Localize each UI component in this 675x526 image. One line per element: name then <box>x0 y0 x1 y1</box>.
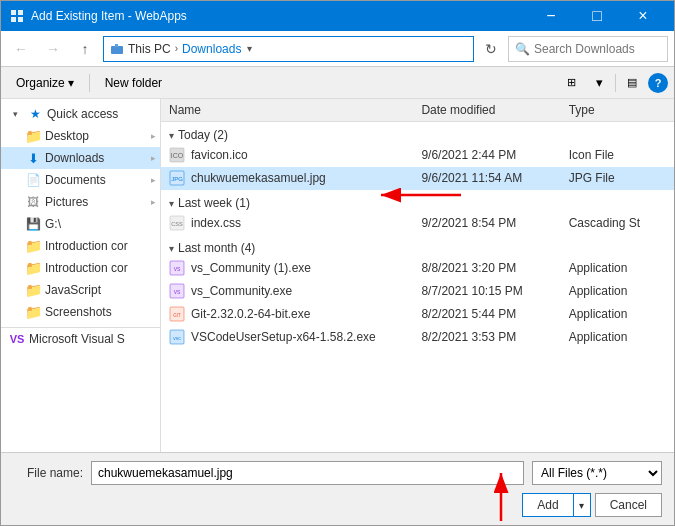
chukwuemeka-type: JPG File <box>561 167 674 190</box>
sidebar-item-vs[interactable]: VS Microsoft Visual S <box>1 328 160 350</box>
organize-label: Organize <box>16 76 65 90</box>
breadcrumb-separator: › <box>175 43 178 54</box>
close-button[interactable]: × <box>620 1 666 31</box>
file-row-chukwuemeka[interactable]: JPG chukwuemekasamuel.jpg 9/6/2021 11:54… <box>161 167 674 190</box>
file-row-vs1[interactable]: VS vs_Community (1).exe 8/8/2021 3:20 PM… <box>161 257 674 280</box>
desktop-expand-icon: ▸ <box>151 131 156 141</box>
vs1-type: Application <box>561 257 674 280</box>
column-date[interactable]: Date modified <box>413 99 560 122</box>
sidebar-documents-label: Documents <box>45 173 106 187</box>
git-type: Application <box>561 303 674 326</box>
indexcss-type: Cascading St <box>561 212 674 235</box>
toolbar-separator <box>89 74 90 92</box>
favicon-icon: ICO <box>169 147 185 163</box>
group-lastweek-label: Last week (1) <box>178 196 250 210</box>
sidebar-item-desktop[interactable]: 📁 Desktop ▸ <box>1 125 160 147</box>
window-icon <box>9 8 25 24</box>
filename-label: File name: <box>13 466 83 480</box>
add-dropdown-button[interactable]: ▾ <box>573 493 591 517</box>
maximize-button[interactable]: □ <box>574 1 620 31</box>
forward-button[interactable]: → <box>39 36 67 62</box>
vs2-type: Application <box>561 280 674 303</box>
sidebar-item-intro1[interactable]: 📁 Introduction cor <box>1 235 160 257</box>
group-lastmonth-arrow[interactable]: ▾ <box>169 243 174 254</box>
svg-text:VSC: VSC <box>173 336 181 341</box>
group-lastweek: ▾ Last week (1) <box>161 190 674 213</box>
search-icon: 🔍 <box>515 42 530 56</box>
file-row-vscode[interactable]: VSC VSCodeUserSetup-x64-1.58.2.exe 8/2/2… <box>161 326 674 349</box>
group-lastweek-arrow[interactable]: ▾ <box>169 198 174 209</box>
intro1-folder-icon: 📁 <box>25 238 41 254</box>
documents-icon: 📄 <box>25 172 41 188</box>
svg-rect-4 <box>111 46 123 54</box>
preview-pane-button[interactable]: ▤ <box>620 71 644 95</box>
file-row-git[interactable]: GIT Git-2.32.0.2-64-bit.exe 8/2/2021 5:4… <box>161 303 674 326</box>
view-toggle-button[interactable]: ▾ <box>587 71 611 95</box>
view-details-button[interactable]: ⊞ <box>559 71 583 95</box>
filetype-select[interactable]: All Files (*.*) Image Files Web Files <box>532 461 662 485</box>
sidebar-item-pictures[interactable]: 🖼 Pictures ▸ <box>1 191 160 213</box>
svg-rect-0 <box>11 10 16 15</box>
sidebar-item-label: Quick access <box>47 107 118 121</box>
organize-button[interactable]: Organize ▾ <box>7 71 83 95</box>
breadcrumb-icon <box>110 42 124 56</box>
window-controls: − □ × <box>528 1 666 31</box>
sidebar-item-javascript[interactable]: 📁 JavaScript <box>1 279 160 301</box>
screenshots-folder-icon: 📁 <box>25 304 41 320</box>
back-button[interactable]: ← <box>7 36 35 62</box>
group-today: ▾ Today (2) <box>161 122 674 145</box>
group-today-arrow[interactable]: ▾ <box>169 130 174 141</box>
search-input[interactable] <box>534 42 675 56</box>
add-button-group: Add ▾ <box>522 493 590 517</box>
file-row-favicon[interactable]: ICO favicon.ico 9/6/2021 2:44 PM Icon Fi… <box>161 144 674 167</box>
column-name[interactable]: Name <box>161 99 413 122</box>
window-title: Add Existing Item - WebApps <box>31 9 528 23</box>
pictures-icon: 🖼 <box>25 194 41 210</box>
help-button[interactable]: ? <box>648 73 668 93</box>
title-bar: Add Existing Item - WebApps − □ × <box>1 1 674 31</box>
vscode-icon: VSC <box>169 329 185 345</box>
pictures-expand-icon: ▸ <box>151 197 156 207</box>
group-lastmonth: ▾ Last month (4) <box>161 235 674 258</box>
cancel-button[interactable]: Cancel <box>595 493 662 517</box>
vs2-date: 8/7/2021 10:15 PM <box>413 280 560 303</box>
jpg-icon: JPG <box>169 170 185 186</box>
sidebar-item-documents[interactable]: 📄 Documents ▸ <box>1 169 160 191</box>
favicon-name: favicon.ico <box>191 148 248 162</box>
svg-rect-2 <box>11 17 16 22</box>
chukwuemeka-name: chukwuemekasamuel.jpg <box>191 171 326 185</box>
bottom-buttons: Files of type: Add ▾ Cancel <box>13 493 662 517</box>
vs1-date: 8/8/2021 3:20 PM <box>413 257 560 280</box>
breadcrumb-dropdown-arrow[interactable]: ▾ <box>247 43 252 54</box>
sidebar-item-gdrive[interactable]: 💾 G:\ <box>1 213 160 235</box>
git-icon: GIT <box>169 306 185 322</box>
file-row-vs2[interactable]: VS vs_Community.exe 8/7/2021 10:15 PM Ap… <box>161 280 674 303</box>
documents-expand-icon: ▸ <box>151 175 156 185</box>
column-type[interactable]: Type <box>561 99 674 122</box>
svg-text:ICO: ICO <box>171 152 184 159</box>
downloads-icon: ⬇ <box>25 150 41 166</box>
file-table: Name Date modified Type ▾ Today (2) <box>161 99 674 349</box>
sidebar-item-screenshots[interactable]: 📁 Screenshots <box>1 301 160 323</box>
quick-access-icon: ★ <box>27 106 43 122</box>
indexcss-date: 9/2/2021 8:54 PM <box>413 212 560 235</box>
filename-row: File name: All Files (*.*) Image Files W… <box>13 461 662 485</box>
up-button[interactable]: ↑ <box>71 36 99 62</box>
toolbar: Organize ▾ New folder ⊞ ▾ ▤ ? <box>1 67 674 99</box>
filename-input[interactable] <box>91 461 524 485</box>
sidebar-intro2-label: Introduction cor <box>45 261 128 275</box>
svg-text:VS: VS <box>174 266 181 272</box>
breadcrumb-thispc[interactable]: This PC <box>128 42 171 56</box>
sidebar-item-downloads[interactable]: ⬇ Downloads ▸ <box>1 147 160 169</box>
new-folder-button[interactable]: New folder <box>96 71 171 95</box>
sidebar-item-intro2[interactable]: 📁 Introduction cor <box>1 257 160 279</box>
svg-text:GIT: GIT <box>173 313 181 318</box>
minimize-button[interactable]: − <box>528 1 574 31</box>
vscode-name: VSCodeUserSetup-x64-1.58.2.exe <box>191 330 376 344</box>
add-button[interactable]: Add <box>522 493 572 517</box>
breadcrumb[interactable]: This PC › Downloads ▾ <box>103 36 474 62</box>
breadcrumb-downloads[interactable]: Downloads <box>182 42 241 56</box>
refresh-button[interactable]: ↻ <box>478 36 504 62</box>
file-row-indexcss[interactable]: CSS index.css 9/2/2021 8:54 PM Cascading… <box>161 212 674 235</box>
sidebar-item-quick-access[interactable]: ▾ ★ Quick access <box>1 103 160 125</box>
